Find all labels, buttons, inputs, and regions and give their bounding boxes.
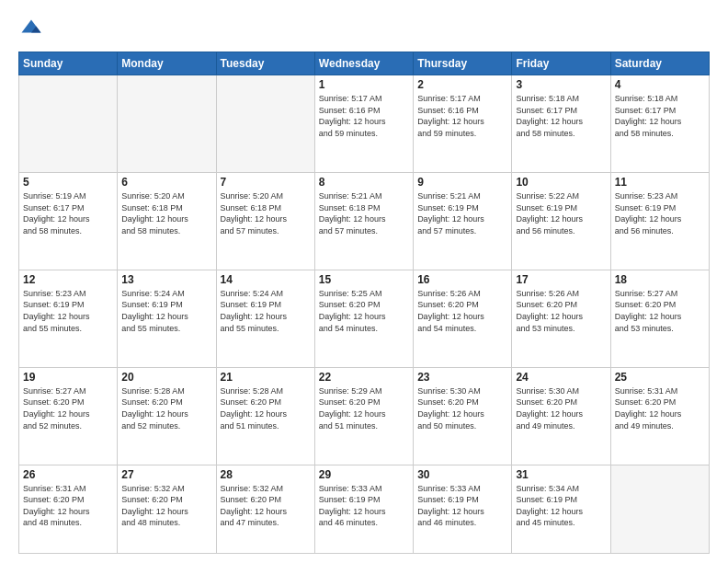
day-number: 26 — [23, 468, 113, 481]
day-info: Sunrise: 5:30 AM Sunset: 6:20 PM Dayligh… — [417, 385, 507, 431]
calendar-cell: 14Sunrise: 5:24 AM Sunset: 6:19 PM Dayli… — [216, 270, 314, 367]
calendar-cell: 5Sunrise: 5:19 AM Sunset: 6:17 PM Daylig… — [19, 172, 118, 270]
calendar-cell: 29Sunrise: 5:33 AM Sunset: 6:19 PM Dayli… — [314, 465, 413, 553]
day-number: 6 — [121, 176, 211, 189]
calendar-week-4: 19Sunrise: 5:27 AM Sunset: 6:20 PM Dayli… — [19, 367, 710, 465]
day-number: 28 — [221, 468, 311, 481]
day-number: 21 — [221, 371, 311, 384]
day-info: Sunrise: 5:20 AM Sunset: 6:18 PM Dayligh… — [121, 190, 211, 236]
day-number: 19 — [23, 371, 113, 384]
calendar-cell: 18Sunrise: 5:27 AM Sunset: 6:20 PM Dayli… — [610, 270, 709, 367]
day-info: Sunrise: 5:25 AM Sunset: 6:20 PM Dayligh… — [319, 288, 409, 334]
day-info: Sunrise: 5:20 AM Sunset: 6:18 PM Dayligh… — [221, 190, 311, 236]
weekday-header-thursday: Thursday — [414, 52, 512, 75]
calendar-cell: 22Sunrise: 5:29 AM Sunset: 6:20 PM Dayli… — [314, 367, 413, 465]
day-number: 13 — [121, 273, 211, 286]
calendar-cell: 13Sunrise: 5:24 AM Sunset: 6:19 PM Dayli… — [118, 270, 216, 367]
day-number: 29 — [319, 468, 409, 481]
day-info: Sunrise: 5:24 AM Sunset: 6:19 PM Dayligh… — [221, 288, 311, 334]
calendar-cell: 30Sunrise: 5:33 AM Sunset: 6:19 PM Dayli… — [414, 465, 512, 553]
day-number: 17 — [516, 273, 606, 286]
day-info: Sunrise: 5:29 AM Sunset: 6:20 PM Dayligh… — [319, 385, 409, 431]
calendar-cell: 2Sunrise: 5:17 AM Sunset: 6:16 PM Daylig… — [414, 75, 512, 173]
calendar-cell: 21Sunrise: 5:28 AM Sunset: 6:20 PM Dayli… — [216, 367, 314, 465]
logo — [18, 17, 48, 42]
calendar-cell — [118, 75, 216, 173]
day-number: 5 — [23, 176, 113, 189]
day-number: 7 — [221, 176, 311, 189]
day-number: 27 — [121, 468, 211, 481]
day-number: 30 — [417, 468, 507, 481]
logo-icon — [18, 17, 44, 42]
calendar-cell: 26Sunrise: 5:31 AM Sunset: 6:20 PM Dayli… — [19, 465, 118, 553]
day-number: 23 — [417, 371, 507, 384]
day-number: 16 — [417, 273, 507, 286]
weekday-header-tuesday: Tuesday — [216, 52, 314, 75]
calendar-cell: 25Sunrise: 5:31 AM Sunset: 6:20 PM Dayli… — [610, 367, 709, 465]
calendar-cell: 10Sunrise: 5:22 AM Sunset: 6:19 PM Dayli… — [512, 172, 610, 270]
calendar-cell — [610, 465, 709, 553]
calendar-cell: 8Sunrise: 5:21 AM Sunset: 6:18 PM Daylig… — [314, 172, 413, 270]
day-info: Sunrise: 5:21 AM Sunset: 6:19 PM Dayligh… — [417, 190, 507, 236]
calendar-week-3: 12Sunrise: 5:23 AM Sunset: 6:19 PM Dayli… — [19, 270, 710, 367]
day-info: Sunrise: 5:22 AM Sunset: 6:19 PM Dayligh… — [516, 190, 606, 236]
header — [18, 17, 710, 42]
day-number: 25 — [615, 371, 705, 384]
calendar-cell: 19Sunrise: 5:27 AM Sunset: 6:20 PM Dayli… — [19, 367, 118, 465]
calendar-cell: 11Sunrise: 5:23 AM Sunset: 6:19 PM Dayli… — [610, 172, 709, 270]
weekday-header-row: SundayMondayTuesdayWednesdayThursdayFrid… — [19, 52, 710, 75]
calendar-cell — [216, 75, 314, 173]
calendar-cell: 1Sunrise: 5:17 AM Sunset: 6:16 PM Daylig… — [314, 75, 413, 173]
day-number: 15 — [319, 273, 409, 286]
day-info: Sunrise: 5:23 AM Sunset: 6:19 PM Dayligh… — [615, 190, 705, 236]
day-info: Sunrise: 5:27 AM Sunset: 6:20 PM Dayligh… — [615, 288, 705, 334]
day-info: Sunrise: 5:17 AM Sunset: 6:16 PM Dayligh… — [319, 93, 409, 139]
day-info: Sunrise: 5:30 AM Sunset: 6:20 PM Dayligh… — [516, 385, 606, 431]
calendar-cell: 4Sunrise: 5:18 AM Sunset: 6:17 PM Daylig… — [610, 75, 709, 173]
calendar-cell: 16Sunrise: 5:26 AM Sunset: 6:20 PM Dayli… — [414, 270, 512, 367]
day-info: Sunrise: 5:24 AM Sunset: 6:19 PM Dayligh… — [121, 288, 211, 334]
day-number: 3 — [516, 78, 606, 91]
day-info: Sunrise: 5:34 AM Sunset: 6:19 PM Dayligh… — [516, 483, 606, 529]
day-info: Sunrise: 5:26 AM Sunset: 6:20 PM Dayligh… — [516, 288, 606, 334]
day-number: 2 — [417, 78, 507, 91]
calendar-cell: 3Sunrise: 5:18 AM Sunset: 6:17 PM Daylig… — [512, 75, 610, 173]
weekday-header-sunday: Sunday — [19, 52, 118, 75]
day-number: 12 — [23, 273, 113, 286]
calendar-week-2: 5Sunrise: 5:19 AM Sunset: 6:17 PM Daylig… — [19, 172, 710, 270]
day-info: Sunrise: 5:31 AM Sunset: 6:20 PM Dayligh… — [23, 483, 113, 529]
calendar-cell: 28Sunrise: 5:32 AM Sunset: 6:20 PM Dayli… — [216, 465, 314, 553]
day-number: 14 — [221, 273, 311, 286]
day-number: 8 — [319, 176, 409, 189]
day-info: Sunrise: 5:18 AM Sunset: 6:17 PM Dayligh… — [516, 93, 606, 139]
day-info: Sunrise: 5:21 AM Sunset: 6:18 PM Dayligh… — [319, 190, 409, 236]
day-info: Sunrise: 5:17 AM Sunset: 6:16 PM Dayligh… — [417, 93, 507, 139]
day-number: 18 — [615, 273, 705, 286]
calendar-cell: 6Sunrise: 5:20 AM Sunset: 6:18 PM Daylig… — [118, 172, 216, 270]
day-info: Sunrise: 5:33 AM Sunset: 6:19 PM Dayligh… — [319, 483, 409, 529]
day-number: 4 — [615, 78, 705, 91]
weekday-header-friday: Friday — [512, 52, 610, 75]
weekday-header-wednesday: Wednesday — [314, 52, 413, 75]
day-number: 10 — [516, 176, 606, 189]
calendar-cell: 7Sunrise: 5:20 AM Sunset: 6:18 PM Daylig… — [216, 172, 314, 270]
calendar-cell — [19, 75, 118, 173]
day-info: Sunrise: 5:32 AM Sunset: 6:20 PM Dayligh… — [221, 483, 311, 529]
day-info: Sunrise: 5:26 AM Sunset: 6:20 PM Dayligh… — [417, 288, 507, 334]
calendar-cell: 17Sunrise: 5:26 AM Sunset: 6:20 PM Dayli… — [512, 270, 610, 367]
calendar-cell: 31Sunrise: 5:34 AM Sunset: 6:19 PM Dayli… — [512, 465, 610, 553]
calendar-cell: 23Sunrise: 5:30 AM Sunset: 6:20 PM Dayli… — [414, 367, 512, 465]
day-number: 20 — [121, 371, 211, 384]
day-number: 31 — [516, 468, 606, 481]
day-number: 22 — [319, 371, 409, 384]
calendar-cell: 27Sunrise: 5:32 AM Sunset: 6:20 PM Dayli… — [118, 465, 216, 553]
weekday-header-monday: Monday — [118, 52, 216, 75]
day-info: Sunrise: 5:19 AM Sunset: 6:17 PM Dayligh… — [23, 190, 113, 236]
weekday-header-saturday: Saturday — [610, 52, 709, 75]
calendar-week-5: 26Sunrise: 5:31 AM Sunset: 6:20 PM Dayli… — [19, 465, 710, 553]
day-info: Sunrise: 5:33 AM Sunset: 6:19 PM Dayligh… — [417, 483, 507, 529]
day-info: Sunrise: 5:27 AM Sunset: 6:20 PM Dayligh… — [23, 385, 113, 431]
day-number: 1 — [319, 78, 409, 91]
day-info: Sunrise: 5:18 AM Sunset: 6:17 PM Dayligh… — [615, 93, 705, 139]
calendar-week-1: 1Sunrise: 5:17 AM Sunset: 6:16 PM Daylig… — [19, 75, 710, 173]
